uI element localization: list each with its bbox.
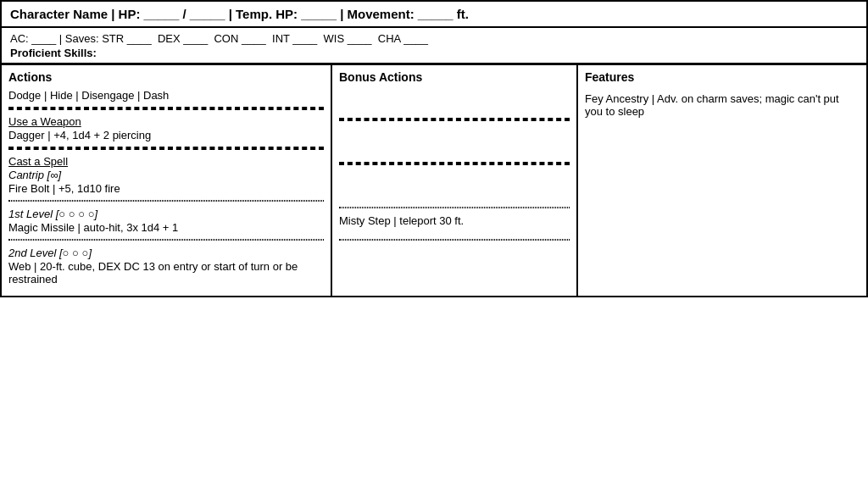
character-header-top: Character Name | HP: _____ / _____ | Tem… xyxy=(2,2,866,28)
level2-label: 2nd Level [○ ○ ○] xyxy=(8,247,324,259)
character-header-bottom: AC: ____ | Saves: STR ____ DEX ____ CON … xyxy=(2,28,866,65)
cast-spell-section: Cast a Spell Cantrip [∞] Fire Bolt | +5,… xyxy=(8,148,324,201)
level2-section: 2nd Level [○ ○ ○] Web | 20-ft. cube, DEX… xyxy=(8,240,324,291)
bonus-level2-section xyxy=(339,240,570,284)
bonus-level1-section: Misty Step | teleport 30 ft. xyxy=(339,208,570,240)
use-weapon-label: Use a Weapon xyxy=(8,115,324,128)
cantrip-detail: Fire Bolt | +5, 1d10 fire xyxy=(8,182,324,195)
bonus-level1-detail: Misty Step | teleport 30 ft. xyxy=(339,214,570,227)
basic-actions-section: Dodge | Hide | Disengage | Dash xyxy=(8,87,324,108)
main-content: Actions Dodge | Hide | Disengage | Dash … xyxy=(2,65,866,296)
use-weapon-section: Use a Weapon Dagger | +4, 1d4 + 2 pierci… xyxy=(8,108,324,148)
level1-section: 1st Level [○ ○ ○ ○] Magic Missile | auto… xyxy=(8,201,324,240)
features-text: Fey Ancestry | Adv. on charm saves; magi… xyxy=(585,92,839,118)
level1-detail: Magic Missile | auto-hit, 3x 1d4 + 1 xyxy=(8,221,324,234)
features-column: Features Fey Ancestry | Adv. on charm sa… xyxy=(578,65,866,296)
bonus-actions-header: Bonus Actions xyxy=(339,70,570,84)
actions-header: Actions xyxy=(8,70,324,84)
use-weapon-detail: Dagger | +4, 1d4 + 2 piercing xyxy=(8,129,324,141)
bonus-empty-cantrip xyxy=(339,164,570,208)
features-text-section: Fey Ancestry | Adv. on charm saves; magi… xyxy=(585,87,860,123)
cast-spell-label: Cast a Spell xyxy=(8,155,324,168)
proficient-skills-label: Proficient Skills: xyxy=(10,47,858,59)
level2-detail: Web | 20-ft. cube, DEX DC 13 on entry or… xyxy=(8,260,324,286)
bonus-empty-top-2 xyxy=(339,119,570,164)
bonus-empty-top-1 xyxy=(339,87,570,119)
features-header: Features xyxy=(585,70,860,84)
basic-actions-text: Dodge | Hide | Disengage | Dash xyxy=(8,89,169,102)
level1-label: 1st Level [○ ○ ○ ○] xyxy=(8,208,324,220)
saves-line: AC: ____ | Saves: STR ____ DEX ____ CON … xyxy=(10,32,858,45)
actions-column: Actions Dodge | Hide | Disengage | Dash … xyxy=(2,65,332,296)
header-top-text: Character Name | HP: _____ / _____ | Tem… xyxy=(10,7,469,21)
bonus-actions-column: Bonus Actions Misty Step | teleport 30 f… xyxy=(332,65,578,296)
cantrip-label: Cantrip [∞] xyxy=(8,169,324,181)
